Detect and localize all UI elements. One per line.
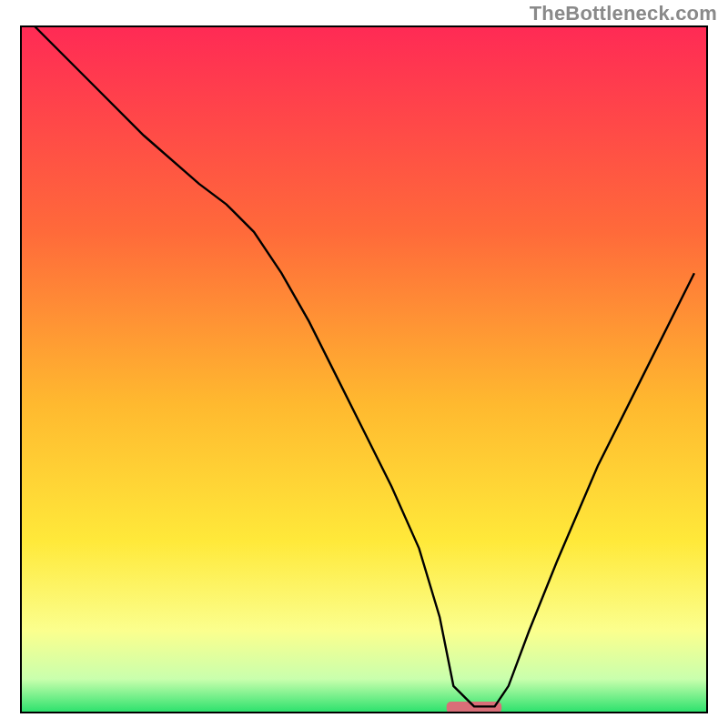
watermark-text: TheBottleneck.com bbox=[530, 2, 717, 25]
chart-area bbox=[20, 25, 708, 713]
axes-frame bbox=[20, 25, 708, 713]
